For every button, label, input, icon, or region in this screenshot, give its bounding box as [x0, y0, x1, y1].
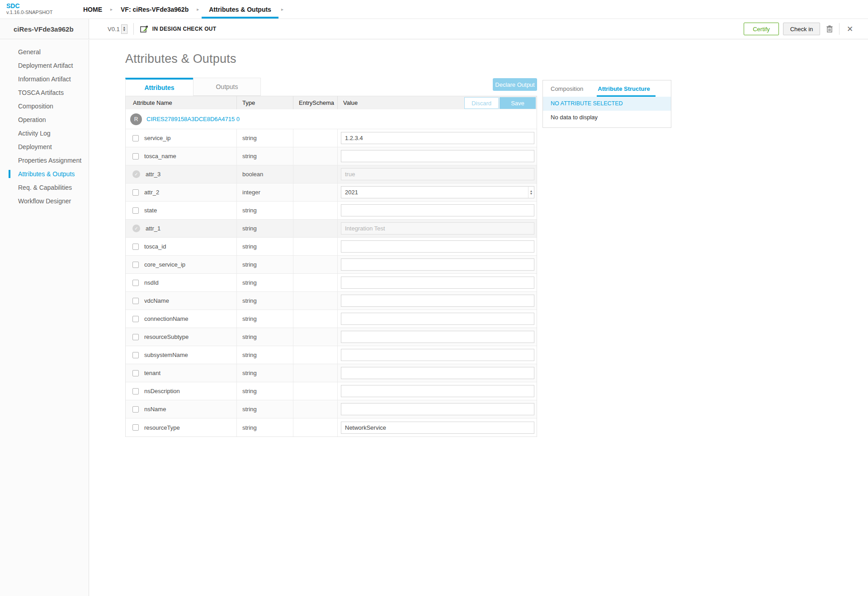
tab-attributes[interactable]: Attributes: [125, 78, 193, 96]
sidebar-item-information-artifact[interactable]: Information Artifact: [0, 72, 89, 86]
attribute-value-input[interactable]: [341, 295, 534, 307]
certify-button[interactable]: Certify: [744, 23, 779, 35]
sidebar-item-label: Information Artifact: [18, 75, 71, 83]
attribute-value-input[interactable]: [341, 313, 534, 325]
sub-header: ciRes-VFde3a962b V0.1 ▲▼ IN DESIGN CHECK…: [0, 19, 868, 39]
attribute-checkbox[interactable]: [132, 207, 139, 214]
attribute-value-input[interactable]: [341, 150, 534, 162]
attribute-value-input[interactable]: [341, 331, 534, 343]
attribute-value-cell: ▲▼: [337, 328, 538, 346]
attribute-name: subsystemName: [144, 352, 188, 358]
attribute-checkbox[interactable]: [132, 153, 139, 160]
attribute-name: resourceSubtype: [144, 333, 189, 340]
attribute-checkbox[interactable]: [132, 424, 139, 431]
sidebar-item-properties-assignment[interactable]: Properties Assignment: [0, 154, 89, 167]
sidebar-item-deployment-artifact[interactable]: Deployment Artifact: [0, 59, 89, 72]
attribute-checkbox[interactable]: [132, 388, 139, 394]
attribute-name-cell: ✓ attr_3: [126, 165, 236, 183]
no-attribute-selected-banner: NO ATTRIBUTE SELECTED: [543, 97, 671, 111]
sidebar-menu: GeneralDeployment ArtifactInformation Ar…: [0, 40, 89, 596]
attribute-checkbox[interactable]: [132, 262, 139, 268]
sidebar-item-activity-log[interactable]: Activity Log: [0, 127, 89, 140]
attribute-checkbox[interactable]: [132, 334, 139, 340]
attribute-checkbox[interactable]: [132, 244, 139, 250]
sidebar-item-attributes-outputs[interactable]: Attributes & Outputs: [0, 167, 89, 181]
sidebar-item-label: Deployment Artifact: [18, 62, 73, 69]
sidebar-item-workflow-designer[interactable]: Workflow Designer: [0, 194, 89, 208]
attribute-value-input[interactable]: [341, 240, 534, 253]
table-row: nsdId string ▲▼: [126, 274, 537, 292]
attribute-checkbox[interactable]: [132, 280, 139, 286]
sidebar-item-general[interactable]: General: [0, 45, 89, 59]
breadcrumb-vf[interactable]: VF: ciRes-VFde3a962b: [115, 0, 194, 19]
resource-instance-group-row: R CIRES2789158A3DCE8D6A4715 0: [126, 109, 537, 129]
attribute-checkbox[interactable]: [132, 298, 139, 304]
declared-check-icon: ✓: [132, 170, 140, 178]
column-header-entryschema: EntrySchema: [293, 96, 337, 109]
attribute-entryschema-cell: [293, 147, 337, 165]
sidebar-item-label: TOSCA Artifacts: [18, 89, 64, 96]
breadcrumb-home[interactable]: HOME: [78, 0, 108, 19]
attribute-value-input[interactable]: [341, 186, 534, 198]
main-content: Attributes & Outputs Attributes Outputs …: [89, 40, 868, 596]
attribute-name: core_service_ip: [144, 261, 185, 268]
breadcrumb-attributes-outputs[interactable]: Attributes & Outputs: [202, 0, 278, 19]
attribute-checkbox[interactable]: [132, 352, 139, 358]
attribute-value-input[interactable]: [341, 132, 534, 144]
close-icon: ✕: [847, 25, 853, 33]
entity-name: ciRes-VFde3a962b: [0, 19, 89, 39]
sidebar-item-operation[interactable]: Operation: [0, 113, 89, 127]
attribute-value-cell: ▲▼: [337, 418, 538, 436]
resource-instance-name[interactable]: CIRES2789158A3DCE8D6A4715 0: [146, 116, 240, 122]
attribute-checkbox[interactable]: [132, 189, 139, 196]
attribute-entryschema-cell: [293, 292, 337, 310]
attribute-entryschema-cell: [293, 274, 337, 291]
attribute-value-input[interactable]: [341, 367, 534, 379]
save-button[interactable]: Save: [500, 97, 536, 109]
attribute-type-cell: string: [236, 418, 293, 436]
attribute-checkbox[interactable]: [132, 370, 139, 376]
attribute-entryschema-cell: [293, 256, 337, 273]
attribute-value-cell: ▲▼: [337, 364, 538, 382]
tab-composition[interactable]: Composition: [551, 80, 583, 97]
attribute-value-input[interactable]: [341, 277, 534, 289]
version-selector[interactable]: V0.1 ▲▼: [108, 24, 127, 34]
sidebar-item-req-capabilities[interactable]: Req. & Capabilities: [0, 181, 89, 194]
checkin-button[interactable]: Check in: [783, 23, 820, 35]
attribute-value-cell: ▲▼: [337, 346, 538, 364]
attribute-value-input[interactable]: [341, 385, 534, 397]
attribute-value-input[interactable]: [341, 422, 534, 434]
column-header-type: Type: [236, 96, 293, 109]
table-row: state string ▲▼: [126, 202, 537, 220]
declare-output-button[interactable]: Declare Output: [493, 78, 537, 91]
attribute-value-input[interactable]: [341, 349, 534, 361]
attribute-checkbox[interactable]: [132, 135, 139, 141]
attribute-value-input[interactable]: [341, 204, 534, 216]
tab-outputs[interactable]: Outputs: [193, 78, 261, 96]
tab-attribute-structure[interactable]: Attribute Structure: [598, 80, 650, 97]
sidebar-item-tosca-artifacts[interactable]: TOSCA Artifacts: [0, 86, 89, 99]
breadcrumb-caret-icon: ▸: [108, 0, 115, 19]
attribute-name-cell: tosca_name: [126, 147, 236, 165]
attribute-checkbox[interactable]: [132, 406, 139, 413]
close-button[interactable]: ✕: [843, 22, 857, 36]
resource-avatar: R: [130, 113, 142, 125]
attribute-entryschema-cell: [293, 364, 337, 382]
attributes-table-area: Attributes Outputs Declare Output Attrib…: [125, 78, 537, 437]
attribute-value-input: [341, 222, 534, 235]
attribute-value-input[interactable]: [341, 403, 534, 415]
sidebar-item-composition[interactable]: Composition: [0, 99, 89, 113]
number-spinner-icon[interactable]: ▲▼: [528, 187, 534, 198]
attribute-checkbox[interactable]: [132, 316, 139, 322]
attribute-type-cell: string: [236, 220, 293, 237]
delete-button[interactable]: [823, 22, 836, 36]
discard-button[interactable]: Discard: [464, 97, 499, 109]
sidebar-item-deployment[interactable]: Deployment: [0, 140, 89, 154]
attribute-name: state: [144, 207, 157, 214]
sidebar-item-label: Properties Assignment: [18, 157, 81, 164]
attribute-value-input[interactable]: [341, 258, 534, 271]
table-row: service_ip string ▲▼: [126, 129, 537, 147]
declared-check-icon: ✓: [132, 225, 140, 232]
attribute-value-cell: ▲▼: [337, 382, 538, 400]
version-spinner-icon[interactable]: ▲▼: [121, 24, 127, 34]
